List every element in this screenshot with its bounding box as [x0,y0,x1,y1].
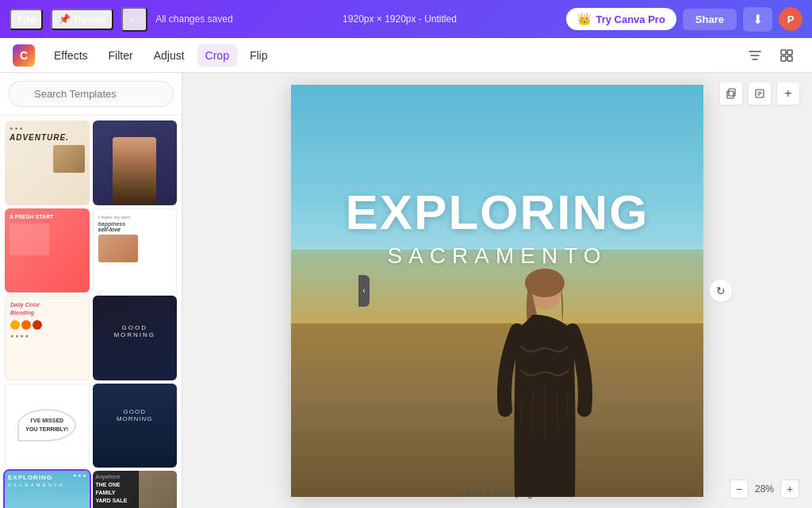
zoom-controls: − 28% + [730,479,799,498]
top-bar-right: 👑 Try Canva Pro Share ⬇ P [566,7,802,32]
zoom-out-button[interactable]: − [730,479,749,498]
templates-grid: ● ● ● ADVENTURE. A FRESH START I make my… [0,116,182,508]
zoom-in-button[interactable]: + [780,479,799,498]
canva-logo: C [13,44,35,67]
search-wrap-inner: 🔍 [8,81,174,107]
canvas-dimensions: 1920px × 1920px - Untitled [343,13,457,25]
svg-rect-3 [781,50,786,55]
template-item[interactable]: I'VE MISSEDYOU TERRIBLY! [5,384,90,468]
top-bar-left: File 📌 Resize ↩ All changes saved [10,7,233,32]
copy-icon [754,88,765,99]
search-input[interactable] [8,81,174,107]
canvas-text-overlay[interactable]: EXPLORING SACRAMENTO [291,188,703,269]
toolbar: C Effects Filter Adjust Crop Flip [0,38,812,73]
person-silhouette [489,267,600,497]
svg-rect-7 [727,91,733,98]
filter-icon-button[interactable] [742,43,768,68]
effects-button[interactable]: Effects [46,44,96,67]
filter-button[interactable]: Filter [101,44,141,67]
crown-icon: 👑 [577,13,591,25]
canvas-top-icons: + [720,82,799,105]
duplicate-canvas-button[interactable] [720,82,742,105]
template-item[interactable]: ● ● ● ADVENTURE. [5,120,90,205]
adjust-button[interactable]: Adjust [146,44,193,67]
canvas-refresh-button[interactable]: ↻ [710,280,732,302]
search-wrap: 🔍 [0,73,182,116]
add-canvas-button[interactable]: + [777,82,799,105]
duplicate-icon [726,88,737,99]
resize-button[interactable]: 📌 Resize [51,9,113,30]
share-button[interactable]: Share [683,9,737,30]
zoom-value: 28% [752,483,777,495]
grid-icon [780,49,793,62]
svg-rect-8 [729,89,735,96]
template-item[interactable]: GOOD MORNING [93,296,178,380]
template-item[interactable]: A FRESH START [5,208,90,293]
download-button[interactable]: ⬇ [743,7,772,32]
template-item[interactable]: Anywhere THE ONEFAMILYYARD SALE [93,471,178,508]
template-item[interactable]: GOOD MORNING [93,384,178,468]
template-item[interactable] [93,120,178,205]
top-bar: File 📌 Resize ↩ All changes saved 1920px… [0,0,812,38]
main-layout: 🔍 ● ● ● ADVENTURE. A FRESH START I make … [0,73,812,508]
file-button[interactable]: File [10,9,43,30]
sidebar-collapse-handle[interactable]: ‹ [358,275,370,307]
toolbar-right [742,43,799,68]
svg-rect-4 [787,50,792,55]
pin-icon: 📌 [59,13,71,25]
sidebar: 🔍 ● ● ● ADVENTURE. A FRESH START I make … [0,73,182,508]
crop-button[interactable]: Crop [197,44,237,67]
canvas-area: + [182,73,812,508]
user-avatar[interactable]: P [779,7,802,31]
canvas-subtitle: SACRAMENTO [307,243,688,269]
canvas-title: EXPLORING [307,188,688,237]
filter-lines-icon [748,50,762,61]
svg-rect-6 [787,56,792,61]
grid-view-button[interactable] [774,43,799,68]
undo-button[interactable]: ↩ [121,7,147,32]
canvas-wrapper: EXPLORING SACRAMENTO ↻ [291,85,703,497]
template-item[interactable]: I make my own happiness self-love [93,208,178,293]
top-bar-center: 1920px × 1920px - Untitled [243,13,557,25]
svg-rect-5 [781,56,786,61]
try-pro-button[interactable]: 👑 Try Canva Pro [566,8,676,30]
canvas-image[interactable]: EXPLORING SACRAMENTO [291,85,703,497]
template-tag: ● ● ● [10,125,85,131]
copy-canvas-button[interactable] [749,82,771,105]
saved-status: All changes saved [155,13,232,25]
template-item[interactable]: Daily ColorBlending ● ● ● ● [5,296,90,380]
flip-button[interactable]: Flip [242,44,276,67]
template-item-selected[interactable]: EXPLORINGSACRAMENTO ● ● ● [5,471,90,508]
